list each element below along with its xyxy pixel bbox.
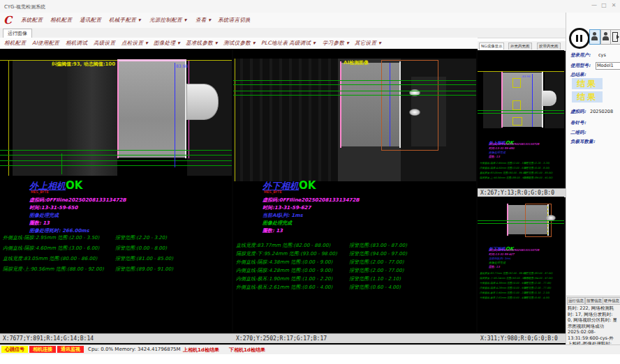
upper-camera-result: 上相机1d检结果: [183, 347, 219, 354]
user-icon: [590, 30, 599, 43]
menu-system-config[interactable]: 系统配置: [21, 17, 43, 24]
menu-view[interactable]: 查看 ▾: [195, 17, 211, 24]
menu-light-config[interactable]: 光源控制配置 ▾: [149, 17, 187, 24]
measurement-value: 外侧直线-隔膜:2.95mm 范围:(2.00 - 3.50): [3, 234, 99, 241]
maximize-button[interactable]: □: [599, 2, 609, 8]
green-measure-line: [0, 150, 232, 151]
model-select[interactable]: Model1: [596, 62, 620, 70]
menu-comm-config[interactable]: 通讯配置: [80, 17, 101, 24]
camera-view-middle[interactable]: AI检测图像 外下相机OK MES_BYTE 虚拟码:0FFIline20250…: [233, 49, 476, 333]
tab-run-image[interactable]: 运行图像: [3, 29, 32, 38]
pause-button[interactable]: [569, 28, 590, 49]
tool-plc-table[interactable]: PLC地址表: [261, 40, 288, 47]
exit-icon: [611, 30, 620, 43]
tab-ng-image[interactable]: NG成像显示: [479, 43, 504, 50]
small-bottom-coordinates: X:311;Y:980;R:0;G:0;B:0: [478, 333, 567, 343]
title-bar: CYG-视觉检测系统 — □ ✕: [0, 0, 620, 13]
mid-ai-queue: 当前AI队列: 1ms: [263, 212, 303, 219]
barcode-value: 20250208: [590, 109, 613, 114]
electrode-tab: [542, 91, 556, 106]
mini-alarm: 报警范围:(0.00 - 8.00): [524, 167, 549, 169]
tool-camera-debug[interactable]: 相机调试: [66, 40, 87, 47]
green-measure-line: [233, 84, 476, 85]
camera-view-small-top[interactable]: 83.98 外上相机OK 虚拟码:0FFIline202502081331347…: [478, 50, 564, 188]
needle-label: 卷针号:: [570, 120, 586, 126]
mid-time: 时间:13-31-59-627: [263, 204, 311, 211]
electrode-tab: [186, 84, 219, 120]
login-user-button[interactable]: [589, 29, 600, 45]
result-badge-bottom: 结果: [572, 91, 603, 103]
mini-measurement: 隔膜宽度-上:90.56mm 范围:(88.00 - 92.00): [480, 176, 530, 179]
camera-view-small-bottom[interactable]: 外下相机OK 虚拟码:0FFIline2025020813313472B 时间:…: [478, 197, 564, 333]
mini-alarm: 报警范围:(2.20 - 3.20): [524, 162, 549, 165]
tool-advanced-debug[interactable]: 高级调试 ▾: [289, 40, 316, 47]
tool-ai-config[interactable]: AI使用配置: [32, 40, 59, 47]
tab-tape-inner-image[interactable]: 胶带内壳图: [537, 43, 561, 50]
measurement-value: 外侧直线-极耳:2.61mm 范围:(0.60 - 4.00): [236, 284, 332, 291]
mini-measurement: 直线宽度:83.05mm 范围:(80.00 - 86.00): [480, 172, 527, 174]
mini-measurement: 隔膜宽度-下:95.24mm 范围:(93.00 - 98.00): [480, 277, 530, 280]
blue-measure-value: 83.98: [176, 63, 188, 68]
mini-barcode: 虚拟码:0FFIline2025020813313472B: [489, 142, 539, 146]
mini-measurement: 直线宽度:83.77mm 范围:(82.00 - 88.00): [480, 272, 527, 275]
tab-outer-inner-image[interactable]: 外壳内壳图: [508, 43, 532, 50]
info-tab-alarm[interactable]: 报警信息: [585, 297, 603, 305]
blue-measure-line: [532, 74, 533, 127]
alarm-range: 报警范围:(89.00 - 91.00): [115, 266, 173, 273]
green-measure-line: [0, 165, 232, 166]
tool-image-process[interactable]: 图像处理 ▾: [154, 40, 180, 47]
status-bar: 心跳信号 相机连接 通讯监视 Cpu: 0.0% Memory: 3424.41…: [0, 344, 620, 354]
mini-ai-queue: 当前AI队列: 1ms: [489, 257, 510, 260]
tool-spot-check[interactable]: 点检设置 ▾: [121, 40, 148, 47]
left-camera-status: OK: [66, 179, 82, 192]
alarm-range: 报警范围:(2.00 - 77.00): [349, 259, 404, 266]
alarm-range: 报警范围:(2.20 - 3.20): [115, 234, 167, 241]
model-label: 使用型号:: [570, 63, 591, 69]
minimize-button[interactable]: —: [589, 2, 599, 8]
measurement-value: 外侧直线-隔膜:4.38mm 范围:(0.00 - 9.00): [236, 259, 332, 266]
info-tab-run[interactable]: 运行信息: [567, 297, 585, 305]
mini-measurement: 内侧直线-隔膜:4.60mm 范围:(3.00 - 6.00): [480, 167, 528, 169]
qrcode-label: 二维码:: [570, 130, 586, 136]
menu-language-switch[interactable]: 系统语言切换: [218, 17, 251, 24]
menu-bar: C 系统配置 相机配置 通讯配置 机械手配置 ▾ 光源控制配置 ▾ 查看 ▾ 系…: [0, 13, 620, 29]
tool-other-settings[interactable]: 其它设置 ▾: [355, 40, 381, 47]
mid-process-done: 图像处理完成: [263, 220, 292, 227]
mid-barcode: 虚拟码:0FFIline2025020813313472B: [263, 197, 360, 204]
yellow-guide-line: [0, 60, 232, 61]
mini-alarm: 报警范围:(89.00 - 91.00): [524, 176, 552, 179]
logout-button[interactable]: [610, 29, 620, 45]
sidebar: 登录用户: cys 使用型号: Model1 总结果: 结果 结果 虚拟码: 2…: [566, 13, 620, 344]
threshold-overlay-label: 纠偏阈值:93, 动态阈值:100: [52, 61, 115, 68]
menu-robot-config[interactable]: 机械手配置 ▾: [109, 17, 141, 24]
mini-alarm: 报警范围:(0.60 - 4.00): [524, 296, 549, 299]
alarm-range: 报警范围:(83.00 - 87.00): [349, 242, 407, 249]
mini-alarm: 报警范围:(94.00 - 97.00): [524, 277, 552, 280]
blue-measure-line: [175, 63, 175, 167]
info-tab-hardware[interactable]: 硬件信息: [603, 297, 620, 305]
total-result-label: 总结果:: [570, 72, 586, 78]
tool-test-params[interactable]: 测试仪参数 ▾: [223, 40, 256, 47]
camera-view-left[interactable]: 83.98 纠偏阈值:93, 动态阈值:100 外上相机OK MES_BYTE …: [0, 49, 232, 333]
comm-monitor-indicator: 通讯监视: [57, 346, 84, 353]
measurement-value: 隔膜宽度-上:90.56mm 范围:(88.00 - 92.00): [3, 266, 104, 273]
tool-advanced-settings[interactable]: 高级设置: [94, 40, 115, 47]
yellow-guide-line: [8, 60, 9, 176]
close-button[interactable]: ✕: [609, 2, 619, 8]
tool-camera-config[interactable]: 相机配置: [4, 40, 26, 47]
mini-measurement: 外侧直线-隔膜:4.38mm 范围:(0.00 - 9.00): [480, 282, 528, 285]
product-strip: [503, 73, 542, 127]
left-barcode: 虚拟码:0FFIline2025020813313472B: [29, 197, 126, 204]
mini-alarm: 报警范围:(83.00 - 87.00): [524, 272, 552, 275]
login-user-label: 登录用户:: [570, 52, 591, 59]
menu-camera-config[interactable]: 相机配置: [50, 17, 72, 24]
green-measure-line: [478, 223, 564, 224]
blue-measure-line: [390, 63, 390, 146]
alarm-range: 报警范围:(2.00 - 77.00): [349, 267, 404, 274]
tool-baseline-params[interactable]: 基准线参数 ▾: [186, 40, 218, 47]
heartbeat-indicator: 心跳信号: [1, 346, 28, 353]
barcode-label: 虚拟码:: [570, 109, 586, 115]
tool-learn-params[interactable]: 学习参数 ▾: [323, 40, 349, 47]
yellow-roi-box: [512, 78, 521, 88]
green-measure-line: [233, 80, 476, 81]
